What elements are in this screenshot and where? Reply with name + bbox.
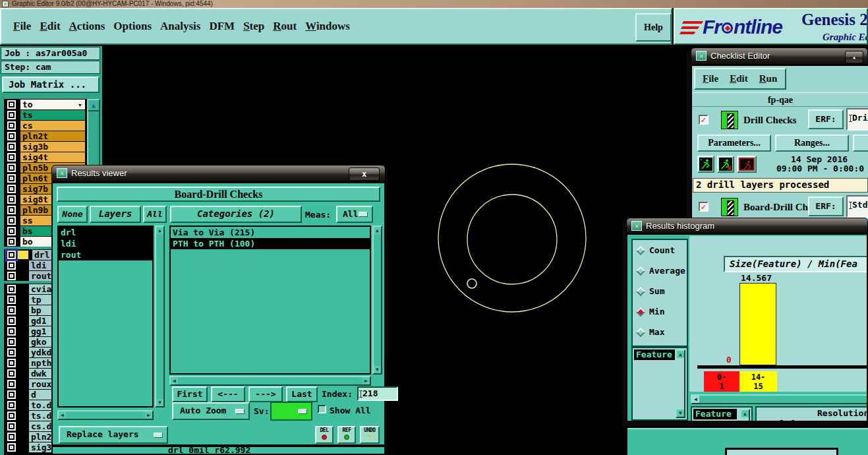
checklist-titlebar[interactable]: ✕ Checklist Editor ▴ [691, 47, 868, 65]
parameters-button[interactable]: Parameters... [697, 135, 771, 152]
meas-dropdown[interactable]: All [336, 206, 373, 223]
checklist-menu-file[interactable]: File [703, 73, 718, 84]
layer-name[interactable]: sig4t [20, 152, 85, 162]
range-cell-14-15[interactable]: 14-15 [739, 371, 777, 392]
layer-visibility-checkbox[interactable] [7, 226, 16, 236]
menu-item-rout[interactable]: Rout [273, 20, 297, 33]
layer-visibility-checkbox[interactable] [7, 142, 16, 152]
menu-item-edit[interactable]: Edit [40, 20, 60, 33]
prev-button[interactable]: <--- [211, 386, 245, 402]
shape-item-feature[interactable]: Feature [693, 409, 737, 419]
layer-visibility-checkbox[interactable] [7, 173, 16, 183]
rv-layer-hscrollbar[interactable]: ◀ ▶ [57, 410, 154, 420]
layer-visibility-checkbox[interactable] [7, 110, 16, 120]
layer-visibility-checkbox[interactable] [7, 326, 16, 336]
layer-visibility-checkbox[interactable] [7, 250, 16, 260]
layer-visibility-checkbox[interactable] [7, 121, 16, 131]
scroll-right-icon[interactable]: ▶ [362, 377, 370, 384]
close-icon[interactable]: x [349, 167, 380, 181]
index-input[interactable]: 218 [357, 386, 398, 401]
layer-visibility-checkbox[interactable] [7, 152, 16, 162]
next-button[interactable]: ---> [248, 386, 283, 402]
rv-layer-item-ldi[interactable]: ldi [59, 238, 152, 249]
scroll-down-icon[interactable]: ▼ [156, 399, 163, 406]
menu-item-file[interactable]: File [13, 20, 31, 33]
erf-button-2[interactable]: ERF: [808, 197, 844, 216]
layer-name[interactable]: to➤ [20, 100, 85, 109]
checklist-menu-run[interactable]: Run [759, 73, 778, 84]
layer-visibility-checkbox[interactable] [7, 100, 16, 109]
scroll-up-icon[interactable]: ▲ [677, 351, 684, 358]
measure-radio-sum[interactable]: Sum [633, 281, 687, 301]
rv-category-item-0[interactable]: Via to Via (215) [171, 227, 370, 238]
layer-visibility-checkbox[interactable] [7, 163, 16, 173]
chart-hscrollbar[interactable]: ◀ [691, 394, 868, 404]
auto-zoom-dropdown[interactable]: Auto Zoom [172, 402, 250, 420]
layer-visibility-checkbox[interactable] [7, 237, 16, 247]
layer-visibility-checkbox[interactable] [7, 316, 16, 326]
scroll-up-icon[interactable]: ▲ [741, 410, 749, 417]
scroll-down-icon[interactable]: ▼ [677, 410, 684, 417]
help-menu[interactable]: Help [635, 13, 672, 42]
run-action-button[interactable] [697, 156, 714, 173]
layer-visibility-checkbox[interactable] [7, 284, 16, 294]
layer-visibility-checkbox[interactable] [7, 379, 16, 389]
window-control-icon[interactable]: ▴ [845, 51, 863, 63]
scroll-down-icon[interactable]: ▼ [374, 366, 381, 373]
show-all-checkbox[interactable] [318, 405, 326, 413]
layer-visibility-checkbox[interactable] [7, 271, 16, 281]
board-drill-checkbox[interactable]: ✓ [699, 202, 709, 212]
layer-visibility-checkbox[interactable] [7, 358, 16, 368]
checklist-menu-edit[interactable]: Edit [730, 73, 748, 84]
rv-category-scrollbar[interactable]: ▲ ▼ [372, 226, 382, 375]
layer-visibility-checkbox[interactable] [7, 184, 16, 194]
scroll-left-icon[interactable]: ◀ [692, 396, 699, 403]
menu-item-step[interactable]: Step [243, 20, 264, 33]
layer-visibility-checkbox[interactable] [7, 421, 16, 431]
filter-all-button[interactable]: All [143, 206, 167, 223]
layer-visibility-checkbox[interactable] [7, 195, 16, 204]
menu-item-dfm[interactable]: DFM [209, 20, 235, 33]
scroll-left-icon[interactable]: ◀ [171, 377, 178, 384]
layer-visibility-checkbox[interactable] [7, 205, 16, 215]
shape-list-scrollbar[interactable]: ▲ ▼ [740, 409, 750, 422]
categories-button[interactable]: Categories (2) [170, 206, 302, 223]
erf-value-field-2[interactable]: Std [846, 195, 868, 218]
run-action-button-2[interactable] [717, 156, 734, 173]
extra-button[interactable] [853, 135, 868, 152]
range-cell-0-1[interactable]: 0-1 [704, 371, 739, 392]
histogram-titlebar[interactable]: ✕ Results histogram [626, 218, 868, 233]
menu-item-options[interactable]: Options [113, 20, 152, 33]
layer-name[interactable]: cs [20, 121, 85, 131]
histogram-bar[interactable] [739, 283, 776, 365]
checks-header-button[interactable]: Board-Drill Checks [57, 187, 380, 202]
menu-item-actions[interactable]: Actions [69, 20, 105, 33]
measure-radio-max[interactable]: Max [633, 322, 687, 342]
layer-visibility-checkbox[interactable] [7, 305, 16, 315]
layer-visibility-checkbox[interactable] [7, 369, 16, 379]
results-viewer-titlebar[interactable]: ✕ Results viewer x [51, 165, 386, 182]
scroll-up-icon[interactable]: ▲ [374, 227, 381, 234]
scroll-left-icon[interactable]: ◀ [59, 411, 66, 419]
ref-button[interactable]: REF [337, 426, 356, 444]
measure-radio-average[interactable]: Average [633, 260, 687, 281]
layer-visibility-checkbox[interactable] [7, 216, 16, 226]
first-button[interactable]: First [172, 386, 208, 402]
ranges-button[interactable]: Ranges... [775, 135, 849, 152]
layer-visibility-checkbox[interactable] [7, 260, 16, 270]
undo-button[interactable]: UNDO↷ [360, 426, 380, 444]
job-matrix-button[interactable]: Job Matrix ... [2, 76, 100, 93]
feature-item-feature[interactable]: Feature [634, 349, 675, 360]
replace-layers-dropdown[interactable]: Replace layers [59, 426, 168, 444]
rv-layer-item-drl[interactable]: drl [59, 227, 152, 238]
layer-visibility-checkbox[interactable] [7, 295, 16, 305]
layer-visibility-checkbox[interactable] [7, 432, 16, 442]
run-stop-button[interactable] [737, 156, 757, 173]
layer-name[interactable]: ts [20, 110, 85, 120]
menu-item-windows[interactable]: Windows [305, 20, 350, 33]
rv-category-hscrollbar[interactable]: ◀ ▶ [169, 376, 371, 386]
feature-list-scrollbar[interactable]: ▲ ▼ [676, 349, 685, 418]
scroll-up-icon[interactable]: ▲ [156, 227, 163, 234]
layer-visibility-checkbox[interactable] [7, 337, 16, 347]
layer-visibility-checkbox[interactable] [7, 400, 16, 410]
